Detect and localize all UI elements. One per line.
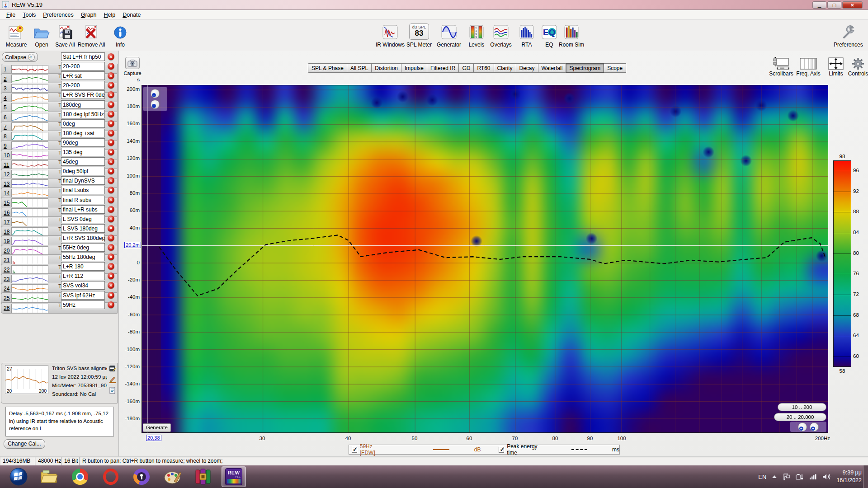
scrollbars-button[interactable]: Scrollbars — [768, 57, 795, 77]
delete-measurement-button[interactable]: ✕ — [108, 130, 114, 136]
spectrogram-canvas[interactable] — [142, 85, 828, 432]
taskbar-explorer-button[interactable] — [37, 466, 61, 487]
range-10-200-button[interactable]: 10 .. 200 — [778, 403, 826, 411]
network-signal-icon[interactable] — [809, 474, 817, 480]
show-desktop-button[interactable] — [863, 465, 868, 488]
taskbar-rew-button[interactable]: REWV5.1 — [222, 466, 246, 487]
delete-measurement-button[interactable]: ✕ — [108, 216, 114, 222]
tab-distortion[interactable]: Distortion — [372, 63, 401, 73]
capture-button[interactable] — [125, 57, 140, 69]
info-button[interactable]: Info — [106, 23, 135, 48]
delete-measurement-button[interactable]: ✕ — [108, 235, 114, 241]
overlays-button[interactable]: Overlays — [486, 23, 515, 48]
menu-preferences[interactable]: Preferences — [39, 10, 77, 19]
measurement-name-field[interactable]: 180deg — [61, 100, 105, 109]
tab-spectrogram[interactable]: Spectrogram — [566, 63, 604, 73]
tab-clarity[interactable]: Clarity — [494, 63, 516, 73]
delete-measurement-button[interactable]: ✕ — [108, 253, 114, 260]
measurement-name-field[interactable]: L+R SVS 180deg — [61, 234, 105, 242]
delete-measurement-button[interactable]: ✕ — [108, 292, 114, 299]
measurement-name-field[interactable]: 180 deg +sat — [61, 129, 105, 137]
measure-button[interactable]: Measure — [2, 23, 31, 48]
measurement-name-field[interactable]: final R subs — [61, 196, 105, 204]
measurement-name-field[interactable]: L SVS 0deg — [61, 215, 105, 223]
delete-measurement-button[interactable]: ✕ — [108, 244, 114, 251]
remove-all-button[interactable]: Remove All — [77, 23, 106, 48]
taskbar-paint-button[interactable] — [160, 466, 184, 487]
zoom-in-x-button[interactable]: + — [810, 422, 819, 432]
freq-axis-button[interactable]: Freq. Axis — [795, 57, 822, 77]
measurement-name-field[interactable]: 90deg — [61, 138, 105, 147]
measurement-name-field[interactable]: 20-200 — [61, 62, 105, 70]
measurement-name-field[interactable]: L+R SVS FR 0deg — [61, 90, 105, 99]
menu-help[interactable]: Help — [100, 10, 119, 19]
range-20-20000-button[interactable]: 20 .. 20.000 — [774, 413, 826, 421]
measurement-name-field[interactable]: 59Hz — [61, 300, 105, 309]
volume-icon[interactable] — [822, 473, 831, 480]
measurement-name-field[interactable]: L+R 112 — [61, 272, 105, 280]
menu-donate[interactable]: Donate — [119, 10, 144, 19]
preferences-button[interactable]: Preferences — [834, 23, 863, 48]
delete-measurement-button[interactable]: ✕ — [108, 63, 114, 70]
delete-measurement-button[interactable]: ✕ — [108, 53, 114, 60]
measurement-name-field[interactable]: 180 deg lpf 50Hz — [61, 110, 105, 118]
measurement-name-field[interactable]: 55Hz 0deg — [61, 243, 105, 252]
close-button[interactable]: ✕ — [842, 1, 863, 9]
taskbar-start-button[interactable] — [6, 466, 31, 487]
zoom-in-y-button[interactable]: + — [151, 89, 160, 98]
measurement-name-field[interactable]: 20-200 — [61, 81, 105, 89]
measurement-name-field[interactable]: L+R 180 — [61, 262, 105, 271]
generate-button[interactable]: Generate — [143, 423, 171, 432]
measurement-name-field[interactable]: 55Hz 180deg — [61, 253, 105, 261]
delete-measurement-button[interactable]: ✕ — [108, 206, 114, 213]
room-sim-button[interactable]: Room Sim — [557, 23, 586, 48]
tab-all-spl[interactable]: All SPL — [347, 63, 372, 73]
zoom-out-x-button[interactable]: − — [798, 422, 807, 432]
zoom-out-y-button[interactable]: − — [151, 100, 160, 109]
tab-rt60[interactable]: RT60 — [474, 63, 494, 73]
delete-measurement-button[interactable]: ✕ — [108, 101, 114, 108]
tab-scope[interactable]: Scope — [604, 63, 626, 73]
delete-measurement-button[interactable]: ✕ — [108, 225, 114, 232]
delete-measurement-button[interactable]: ✕ — [108, 139, 114, 146]
tab-gd[interactable]: GD — [459, 63, 474, 73]
measurement-name-field[interactable]: final Lsubs — [61, 186, 105, 194]
measurement-name-field[interactable]: 0deg — [61, 119, 105, 128]
info-document-icon[interactable] — [109, 387, 116, 394]
collapse-button[interactable]: Collapse « — [2, 52, 38, 62]
save-all-button[interactable]: Save All — [51, 23, 80, 48]
delete-measurement-button[interactable]: ✕ — [108, 197, 114, 203]
measurement-name-field[interactable]: 45deg — [61, 157, 105, 166]
tab-decay[interactable]: Decay — [516, 63, 538, 73]
delete-measurement-button[interactable]: ✕ — [108, 120, 114, 127]
measurement-name-field[interactable]: SVS lpf 62Hz — [61, 291, 105, 300]
tray-expand-icon[interactable] — [772, 474, 777, 479]
menu-tools[interactable]: Tools — [19, 10, 39, 19]
overlay-checkbox[interactable] — [499, 447, 504, 453]
measurement-name-field[interactable]: final DynSVS — [61, 176, 105, 185]
measurement-name-field[interactable]: 0deg 50lpf — [61, 167, 105, 175]
minimize-button[interactable]: ▁ — [812, 1, 826, 9]
tab-filtered-ir[interactable]: Filtered IR — [427, 63, 459, 73]
taskbar-chrome-button[interactable] — [68, 466, 92, 487]
delete-measurement-button[interactable]: ✕ — [108, 111, 114, 117]
delete-measurement-button[interactable]: ✕ — [108, 158, 114, 165]
tab-impulse[interactable]: Impulse — [401, 63, 427, 73]
controls-button[interactable]: Controls — [844, 57, 868, 77]
spectrogram-plot[interactable]: + − − + 10 .. 200 20 .. 20.000 — [142, 85, 828, 433]
delete-measurement-button[interactable]: ✕ — [108, 149, 114, 155]
generator-button[interactable]: Generator — [434, 23, 463, 48]
battery-icon[interactable] — [796, 473, 804, 480]
taskbar-secure-browser-button[interactable] — [129, 466, 154, 487]
delete-measurement-button[interactable]: ✕ — [108, 301, 114, 308]
measurement-name-field[interactable]: Sat L+R fr hp50 — [61, 52, 105, 61]
spl-meter-button[interactable]: dB SPL83SPL Meter — [405, 23, 434, 48]
taskbar-winrar-button[interactable] — [191, 466, 215, 487]
taskbar-opera-button[interactable] — [99, 466, 123, 487]
menu-graph[interactable]: Graph — [77, 10, 100, 19]
measurement-name-field[interactable]: L SVS 180deg — [61, 224, 105, 233]
maximize-button[interactable]: ▢ — [827, 1, 841, 9]
language-indicator[interactable]: EN — [758, 474, 766, 480]
tab-waterfall[interactable]: Waterfall — [538, 63, 566, 73]
action-center-flag-icon[interactable] — [783, 473, 790, 480]
